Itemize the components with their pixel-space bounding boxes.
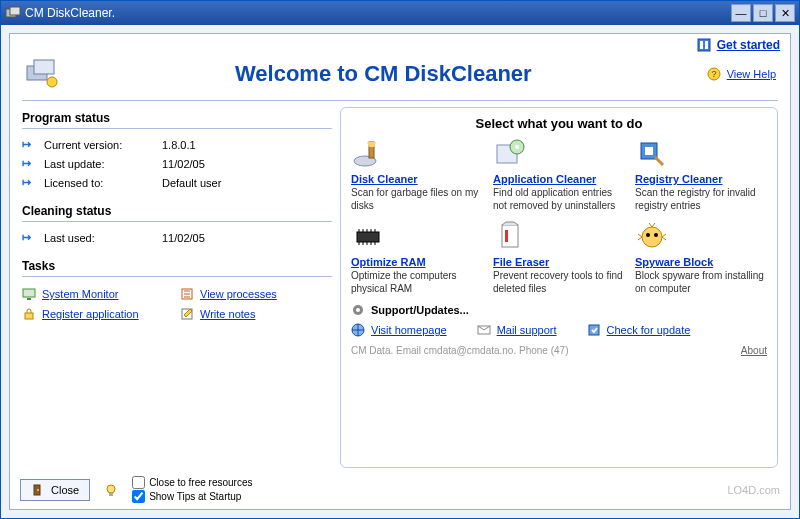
svg-rect-13 [25, 313, 33, 319]
link-label: Check for update [607, 324, 691, 336]
close-free-checkbox[interactable]: Close to free resources [132, 476, 252, 489]
globe-icon [351, 323, 365, 337]
close-window-button[interactable]: ✕ [775, 4, 795, 22]
link-label: Visit homepage [371, 324, 447, 336]
svg-text:?: ? [711, 69, 716, 79]
bottom-bar: Close Close to free resources Show Tips … [10, 472, 790, 509]
mail-support[interactable]: Mail support [477, 323, 557, 337]
update-icon [587, 323, 601, 337]
licensed-label: Licensed to: [44, 177, 154, 189]
get-started-link[interactable]: Get started [717, 38, 780, 52]
cell-title[interactable]: Application Cleaner [493, 173, 596, 185]
label: Close to free resources [149, 477, 252, 488]
svg-rect-36 [109, 493, 113, 496]
file-eraser-icon [493, 220, 527, 254]
task-register[interactable]: Register application [22, 307, 174, 321]
svg-rect-23 [502, 225, 518, 247]
cell-desc: Block spyware from installing on compute… [635, 270, 767, 295]
cell-file-eraser: File Eraser Prevent recovery tools to fi… [493, 220, 625, 295]
cell-application-cleaner: Application Cleaner Find old application… [493, 137, 625, 212]
support-heading-row: Support/Updates... [351, 303, 767, 317]
get-started-icon [697, 38, 711, 52]
app-window: CM DiskCleaner. — □ ✕ Get started Welcom… [0, 0, 800, 519]
svg-point-25 [642, 227, 662, 247]
task-label: System Monitor [42, 288, 118, 300]
disk-cleaner-icon [351, 137, 385, 171]
action-grid: Disk Cleaner Scan for garbage files on m… [351, 137, 767, 295]
registry-cleaner-icon [635, 137, 669, 171]
lock-icon [22, 307, 36, 321]
bulb-icon [104, 483, 118, 497]
window-title: CM DiskCleaner. [25, 6, 731, 20]
link-label: Mail support [497, 324, 557, 336]
svg-rect-1 [10, 7, 20, 15]
svg-point-27 [654, 233, 658, 237]
minimize-button[interactable]: — [731, 4, 751, 22]
cell-title[interactable]: Optimize RAM [351, 256, 426, 268]
monitor-icon [22, 287, 36, 301]
titlebar: CM DiskCleaner. — □ ✕ [1, 1, 799, 25]
cell-registry-cleaner: Registry Cleaner Scan the registry for i… [635, 137, 767, 212]
page-title: Welcome to CM DiskCleaner [76, 61, 691, 87]
svg-rect-3 [700, 41, 703, 49]
cell-title[interactable]: Registry Cleaner [635, 173, 722, 185]
left-column: Program status ↦ Current version: 1.8.0.… [22, 107, 332, 468]
cell-desc: Find old application entries not removed… [493, 187, 625, 212]
cell-title[interactable]: Spyware Block [635, 256, 713, 268]
app-icon [5, 5, 21, 21]
tasks-grid: System Monitor View processes Register a… [22, 283, 332, 321]
maximize-button[interactable]: □ [753, 4, 773, 22]
mail-icon [477, 323, 491, 337]
cell-title[interactable]: File Eraser [493, 256, 549, 268]
checkbox[interactable] [132, 490, 145, 503]
svg-rect-6 [34, 60, 54, 74]
task-system-monitor[interactable]: System Monitor [22, 287, 174, 301]
task-write-notes[interactable]: Write notes [180, 307, 332, 321]
svg-point-34 [37, 489, 39, 491]
header-icon [24, 56, 60, 92]
cell-title[interactable]: Disk Cleaner [351, 173, 418, 185]
cell-optimize-ram: Optimize RAM Optimize the computers phys… [351, 220, 483, 295]
cleaning-status-heading: Cleaning status [22, 200, 332, 222]
main-panel: Get started Welcome to CM DiskCleaner ? … [9, 33, 791, 510]
bullet-icon: ↦ [22, 157, 36, 170]
help-icon: ? [707, 67, 721, 81]
app-cleaner-icon [493, 137, 527, 171]
about-link[interactable]: About [741, 345, 767, 356]
view-help-link[interactable]: View Help [727, 68, 776, 80]
watermark: LO4D.com [727, 484, 780, 496]
notes-icon [180, 307, 194, 321]
show-tips-checkbox[interactable]: Show Tips at Startup [132, 490, 252, 503]
support-links: Visit homepage Mail support Check for up… [351, 317, 767, 341]
door-icon [31, 483, 45, 497]
check-update[interactable]: Check for update [587, 323, 691, 337]
lastupdate-value: 11/02/05 [162, 158, 205, 170]
version-row: ↦ Current version: 1.8.0.1 [22, 135, 332, 154]
svg-rect-10 [23, 289, 35, 297]
task-label: Register application [42, 308, 139, 320]
cell-desc: Scan for garbage files on my disks [351, 187, 483, 212]
svg-rect-32 [589, 325, 599, 335]
checkbox[interactable] [132, 476, 145, 489]
cell-desc: Prevent recovery tools to find deleted f… [493, 270, 625, 295]
processes-icon [180, 287, 194, 301]
titlebar-buttons: — □ ✕ [731, 4, 795, 22]
svg-rect-24 [505, 230, 508, 242]
cell-disk-cleaner: Disk Cleaner Scan for garbage files on m… [351, 137, 483, 212]
label: Show Tips at Startup [149, 491, 241, 502]
right-panel: Select what you want to do Disk Cleaner … [340, 107, 778, 468]
lastupdate-row: ↦ Last update: 11/02/05 [22, 154, 332, 173]
task-view-processes[interactable]: View processes [180, 287, 332, 301]
svg-point-7 [47, 77, 57, 87]
close-button[interactable]: Close [20, 479, 90, 501]
inner-frame: Get started Welcome to CM DiskCleaner ? … [1, 25, 799, 518]
footer-info-row: CM Data. Email cmdata@cmdata.no. Phone (… [351, 341, 767, 356]
bullet-icon: ↦ [22, 138, 36, 151]
svg-point-19 [515, 145, 519, 149]
lastused-value: 11/02/05 [162, 232, 205, 244]
top-link-row: Get started [10, 34, 790, 52]
lastused-row: ↦ Last used: 11/02/05 [22, 228, 332, 247]
gear-icon [351, 303, 365, 317]
version-label: Current version: [44, 139, 154, 151]
visit-homepage[interactable]: Visit homepage [351, 323, 447, 337]
